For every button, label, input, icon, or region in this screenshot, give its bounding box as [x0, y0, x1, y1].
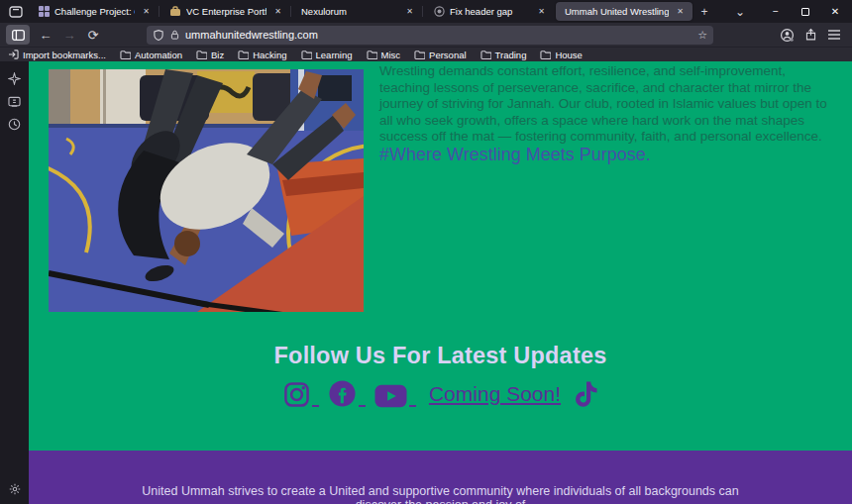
gear-icon — [8, 482, 22, 496]
browser-window: Challenge Project: Company Ho ✕ VC Enter… — [0, 0, 852, 504]
hashtag-tagline: #Where Wrestling Meets Purpose. — [379, 145, 651, 165]
firefox-view-button[interactable] — [4, 2, 28, 21]
reload-button[interactable]: ⟳ — [81, 25, 105, 45]
tab-label: Nexulorum — [301, 6, 398, 17]
list-all-tabs-button[interactable]: ⌄ — [729, 2, 751, 21]
bookmark-folder-misc[interactable]: Misc — [367, 50, 401, 60]
tab-label: Fix header gap — [450, 6, 530, 17]
tiktok-link[interactable] — [574, 380, 597, 408]
web-page-content: Wrestling demands constant effort, resil… — [29, 61, 852, 504]
share-button[interactable] — [799, 25, 822, 45]
bookmark-folder-label: Learning — [316, 50, 353, 60]
grid-favicon-icon — [38, 6, 50, 18]
link-underline — [359, 405, 366, 407]
lock-icon[interactable] — [169, 29, 180, 41]
bookmark-folder-label: Hacking — [253, 50, 286, 60]
tab-close-icon[interactable]: ✕ — [674, 6, 687, 17]
forward-button[interactable]: → — [57, 25, 81, 45]
sidebar-icon — [12, 30, 25, 41]
tab-label: Ummah United Wrestling Club — [565, 6, 669, 17]
bookmark-star-icon[interactable]: ☆ — [697, 29, 707, 42]
follow-heading: Follow Us For Latest Updates — [29, 343, 852, 369]
tab-challenge-project[interactable]: Challenge Project: Company Ho ✕ — [29, 2, 159, 21]
account-button[interactable] — [775, 25, 799, 45]
maximize-button[interactable] — [793, 2, 818, 21]
tab-close-icon[interactable]: ✕ — [535, 6, 548, 17]
bookmark-folder-label: Biz — [211, 50, 224, 60]
bookmark-folder-biz[interactable]: Biz — [196, 50, 224, 60]
tab-fix-header-gap[interactable]: Fix header gap ✕ — [424, 2, 554, 21]
youtube-link[interactable] — [374, 384, 416, 408]
sidebar-toggle-button[interactable] — [6, 25, 30, 45]
import-bookmarks-label: Import bookmarks... — [23, 50, 106, 60]
url-text[interactable]: ummahunitedwrestling.com — [185, 29, 692, 41]
youtube-icon — [374, 384, 407, 408]
url-bar[interactable]: ummahunitedwrestling.com ☆ — [147, 26, 713, 45]
briefcase-favicon-icon — [169, 6, 181, 18]
coming-soon-link[interactable]: Coming Soon! — [425, 382, 565, 408]
instagram-icon — [283, 381, 310, 408]
intro-paragraph: Wrestling demands constant effort, resil… — [379, 63, 829, 146]
history-button[interactable] — [7, 117, 22, 132]
new-tab-button[interactable]: + — [693, 2, 715, 21]
bookmarks-toolbar: Import bookmarks... Automation Biz Hacki… — [0, 48, 852, 61]
tab-close-icon[interactable]: ✕ — [271, 6, 284, 17]
bookmark-folder-house[interactable]: House — [540, 50, 582, 60]
footer-mission-text: United Ummah strives to create a United … — [29, 484, 852, 504]
folder-icon — [301, 50, 312, 59]
folder-icon — [196, 50, 207, 59]
bookmark-folder-trading[interactable]: Trading — [480, 50, 527, 60]
tab-close-icon[interactable]: ✕ — [403, 6, 416, 17]
window-controls: − ✕ — [763, 2, 848, 21]
facebook-link[interactable] — [328, 379, 366, 408]
hamburger-menu-icon — [828, 30, 840, 40]
shield-icon[interactable] — [153, 29, 164, 42]
facebook-icon — [328, 379, 357, 408]
bookmark-folder-automation[interactable]: Automation — [120, 50, 182, 60]
folder-icon — [480, 50, 491, 59]
social-links-row: Coming Soon! — [29, 376, 852, 408]
bookmark-folder-personal[interactable]: Personal — [414, 50, 467, 60]
menu-button[interactable] — [822, 25, 846, 45]
tab-bar: Challenge Project: Company Ho ✕ VC Enter… — [0, 0, 852, 23]
share-icon — [804, 28, 817, 42]
ai-chatbot-button[interactable] — [7, 71, 22, 86]
link-underline — [409, 405, 416, 407]
tab-label: VC Enterprise Portfolio — [186, 6, 266, 17]
sparkle-ai-icon — [8, 72, 21, 85]
minimize-button[interactable]: − — [763, 2, 789, 21]
history-clock-icon — [8, 118, 21, 131]
tab-ummah-united-wrestling-club[interactable]: Ummah United Wrestling Club ✕ — [556, 2, 692, 21]
tiktok-icon — [574, 380, 597, 408]
maximize-icon — [801, 8, 809, 16]
folder-icon — [120, 50, 131, 59]
tab-vc-enterprise-portfolio[interactable]: VC Enterprise Portfolio ✕ — [160, 2, 290, 21]
page-footer: United Ummah strives to create a United … — [29, 451, 852, 504]
bookmarks-panel-button[interactable] — [7, 94, 22, 109]
close-window-button[interactable]: ✕ — [822, 2, 848, 21]
link-underline — [312, 405, 319, 407]
folder-icon — [367, 50, 377, 59]
bookmark-folder-hacking[interactable]: Hacking — [238, 50, 286, 60]
globe-favicon-icon — [433, 6, 445, 18]
import-bookmarks-button[interactable]: Import bookmarks... — [8, 50, 106, 60]
sidebar-settings-button[interactable] — [7, 481, 22, 496]
folder-icon — [238, 50, 249, 59]
bookmark-folder-label: Automation — [135, 50, 182, 60]
bookmark-folder-label: Trading — [495, 50, 527, 60]
account-icon — [780, 28, 795, 43]
browser-sidebar — [0, 61, 29, 504]
folder-icon — [540, 50, 551, 59]
back-button[interactable]: ← — [34, 25, 57, 45]
bookmark-folder-label: Personal — [429, 50, 467, 60]
instagram-link[interactable] — [283, 381, 319, 408]
bookmark-folder-learning[interactable]: Learning — [301, 50, 353, 60]
tab-nexulorum[interactable]: Nexulorum ✕ — [292, 2, 422, 21]
navigation-toolbar: ← → ⟳ ummahunitedwrestling.com ☆ — [0, 23, 852, 48]
import-icon — [8, 50, 19, 59]
tab-close-icon[interactable]: ✕ — [140, 6, 153, 17]
bookmark-folder-label: House — [555, 50, 582, 60]
tab-label: Challenge Project: Company Ho — [54, 6, 135, 17]
bookmarks-panel-icon — [8, 96, 21, 108]
firefox-view-icon — [9, 6, 23, 18]
